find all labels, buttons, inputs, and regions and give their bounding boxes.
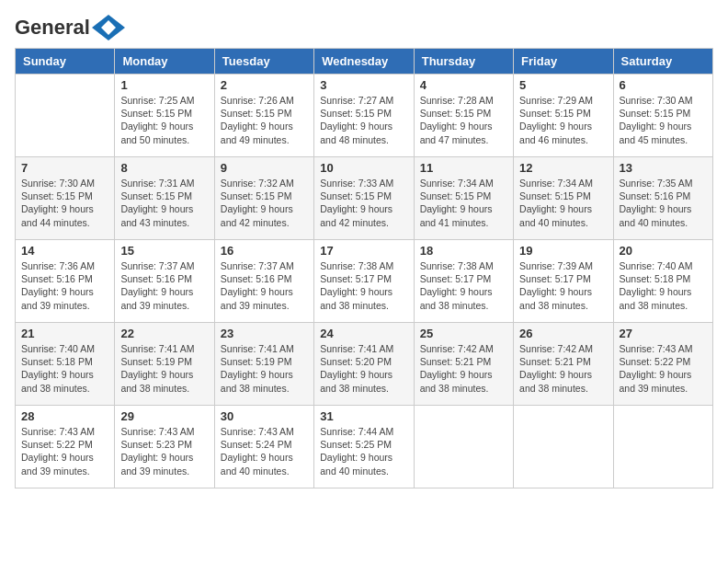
day-number: 13 (620, 161, 707, 175)
day-number: 26 (519, 327, 607, 340)
logo-general: General (15, 16, 90, 40)
calendar-week-row: 7Sunrise: 7:30 AMSunset: 5:15 PMDaylight… (16, 157, 713, 240)
calendar-cell: 2Sunrise: 7:26 AMSunset: 5:15 PMDaylight… (214, 75, 313, 157)
day-number: 5 (519, 78, 607, 92)
day-number: 24 (320, 327, 407, 340)
day-number: 31 (320, 409, 407, 423)
day-info: Sunrise: 7:28 AMSunset: 5:15 PMDaylight:… (420, 94, 507, 146)
day-number: 4 (420, 78, 507, 92)
day-info: Sunrise: 7:30 AMSunset: 5:15 PMDaylight:… (21, 177, 108, 229)
day-info: Sunrise: 7:25 AMSunset: 5:15 PMDaylight:… (120, 94, 208, 146)
day-number: 10 (320, 161, 407, 175)
calendar-cell (514, 406, 613, 488)
calendar-cell: 3Sunrise: 7:27 AMSunset: 5:15 PMDaylight… (314, 75, 414, 157)
day-number: 29 (120, 409, 208, 423)
calendar-week-row: 1Sunrise: 7:25 AMSunset: 5:15 PMDaylight… (16, 75, 713, 157)
day-number: 17 (320, 244, 407, 258)
day-info: Sunrise: 7:36 AMSunset: 5:16 PMDaylight:… (21, 259, 108, 312)
day-info: Sunrise: 7:27 AMSunset: 5:15 PMDaylight:… (320, 94, 407, 146)
day-info: Sunrise: 7:37 AMSunset: 5:16 PMDaylight:… (221, 259, 308, 312)
calendar-table: SundayMondayTuesdayWednesdayThursdayFrid… (15, 48, 713, 488)
weekday-header: Sunday (16, 49, 115, 75)
calendar-cell: 22Sunrise: 7:41 AMSunset: 5:19 PMDayligh… (115, 323, 214, 406)
day-info: Sunrise: 7:38 AMSunset: 5:17 PMDaylight:… (320, 259, 407, 312)
day-info: Sunrise: 7:30 AMSunset: 5:15 PMDaylight:… (620, 94, 707, 146)
weekday-header: Monday (115, 49, 214, 75)
calendar-cell (414, 406, 513, 488)
day-info: Sunrise: 7:34 AMSunset: 5:15 PMDaylight:… (519, 177, 607, 229)
day-number: 6 (620, 78, 707, 92)
day-info: Sunrise: 7:43 AMSunset: 5:23 PMDaylight:… (120, 425, 208, 477)
day-number: 11 (420, 161, 507, 175)
weekday-header: Friday (514, 49, 613, 75)
calendar-week-row: 28Sunrise: 7:43 AMSunset: 5:22 PMDayligh… (16, 406, 713, 488)
calendar-cell: 17Sunrise: 7:38 AMSunset: 5:17 PMDayligh… (314, 240, 414, 323)
day-number: 25 (420, 327, 507, 340)
day-number: 19 (519, 244, 607, 258)
day-number: 18 (420, 244, 507, 258)
calendar-cell (613, 406, 712, 488)
calendar-cell (16, 75, 115, 157)
calendar-cell: 26Sunrise: 7:42 AMSunset: 5:21 PMDayligh… (514, 323, 613, 406)
day-number: 3 (320, 78, 407, 92)
calendar-cell: 30Sunrise: 7:43 AMSunset: 5:24 PMDayligh… (214, 406, 313, 488)
calendar-cell: 16Sunrise: 7:37 AMSunset: 5:16 PMDayligh… (214, 240, 313, 323)
calendar-cell: 1Sunrise: 7:25 AMSunset: 5:15 PMDaylight… (115, 75, 214, 157)
day-number: 21 (21, 327, 108, 340)
calendar-cell: 8Sunrise: 7:31 AMSunset: 5:15 PMDaylight… (115, 157, 214, 240)
calendar-cell: 10Sunrise: 7:33 AMSunset: 5:15 PMDayligh… (314, 157, 414, 240)
day-info: Sunrise: 7:37 AMSunset: 5:16 PMDaylight:… (120, 259, 208, 312)
day-info: Sunrise: 7:35 AMSunset: 5:16 PMDaylight:… (620, 177, 707, 229)
logo: General (15, 15, 125, 37)
weekday-header: Saturday (613, 49, 712, 75)
day-info: Sunrise: 7:31 AMSunset: 5:15 PMDaylight:… (120, 177, 208, 229)
day-number: 22 (120, 327, 208, 340)
calendar-cell: 19Sunrise: 7:39 AMSunset: 5:17 PMDayligh… (514, 240, 613, 323)
logo-icon (92, 15, 125, 40)
calendar-cell: 12Sunrise: 7:34 AMSunset: 5:15 PMDayligh… (514, 157, 613, 240)
calendar-cell: 13Sunrise: 7:35 AMSunset: 5:16 PMDayligh… (613, 157, 712, 240)
day-number: 23 (221, 327, 308, 340)
day-info: Sunrise: 7:43 AMSunset: 5:22 PMDaylight:… (620, 342, 707, 395)
weekday-header: Tuesday (214, 49, 313, 75)
day-number: 15 (120, 244, 208, 258)
day-number: 2 (221, 78, 308, 92)
calendar-cell: 7Sunrise: 7:30 AMSunset: 5:15 PMDaylight… (16, 157, 115, 240)
calendar-cell: 5Sunrise: 7:29 AMSunset: 5:15 PMDaylight… (514, 75, 613, 157)
calendar-cell: 18Sunrise: 7:38 AMSunset: 5:17 PMDayligh… (414, 240, 513, 323)
day-number: 9 (221, 161, 308, 175)
day-number: 8 (120, 161, 208, 175)
calendar-cell: 29Sunrise: 7:43 AMSunset: 5:23 PMDayligh… (115, 406, 214, 488)
calendar-cell: 14Sunrise: 7:36 AMSunset: 5:16 PMDayligh… (16, 240, 115, 323)
day-info: Sunrise: 7:41 AMSunset: 5:20 PMDaylight:… (320, 342, 407, 395)
day-info: Sunrise: 7:43 AMSunset: 5:24 PMDaylight:… (221, 425, 308, 477)
calendar-cell: 6Sunrise: 7:30 AMSunset: 5:15 PMDaylight… (613, 75, 712, 157)
calendar-cell: 23Sunrise: 7:41 AMSunset: 5:19 PMDayligh… (214, 323, 313, 406)
day-info: Sunrise: 7:39 AMSunset: 5:17 PMDaylight:… (519, 259, 607, 312)
day-number: 7 (21, 161, 108, 175)
day-info: Sunrise: 7:41 AMSunset: 5:19 PMDaylight:… (221, 342, 308, 395)
day-number: 14 (21, 244, 108, 258)
day-info: Sunrise: 7:40 AMSunset: 5:18 PMDaylight:… (620, 259, 707, 312)
day-info: Sunrise: 7:33 AMSunset: 5:15 PMDaylight:… (320, 177, 407, 229)
calendar-week-row: 14Sunrise: 7:36 AMSunset: 5:16 PMDayligh… (16, 240, 713, 323)
day-number: 27 (620, 327, 707, 340)
weekday-header-row: SundayMondayTuesdayWednesdayThursdayFrid… (16, 49, 713, 75)
day-info: Sunrise: 7:44 AMSunset: 5:25 PMDaylight:… (320, 425, 407, 477)
calendar-week-row: 21Sunrise: 7:40 AMSunset: 5:18 PMDayligh… (16, 323, 713, 406)
calendar-cell: 4Sunrise: 7:28 AMSunset: 5:15 PMDaylight… (414, 75, 513, 157)
day-info: Sunrise: 7:42 AMSunset: 5:21 PMDaylight:… (519, 342, 607, 395)
day-info: Sunrise: 7:40 AMSunset: 5:18 PMDaylight:… (21, 342, 108, 395)
calendar-cell: 11Sunrise: 7:34 AMSunset: 5:15 PMDayligh… (414, 157, 513, 240)
day-info: Sunrise: 7:42 AMSunset: 5:21 PMDaylight:… (420, 342, 507, 395)
calendar-body: 1Sunrise: 7:25 AMSunset: 5:15 PMDaylight… (16, 75, 713, 488)
header-area: General (15, 15, 713, 37)
day-number: 1 (120, 78, 208, 92)
day-info: Sunrise: 7:41 AMSunset: 5:19 PMDaylight:… (120, 342, 208, 395)
calendar-cell: 24Sunrise: 7:41 AMSunset: 5:20 PMDayligh… (314, 323, 414, 406)
day-info: Sunrise: 7:34 AMSunset: 5:15 PMDaylight:… (420, 177, 507, 229)
calendar-cell: 20Sunrise: 7:40 AMSunset: 5:18 PMDayligh… (613, 240, 712, 323)
day-info: Sunrise: 7:29 AMSunset: 5:15 PMDaylight:… (519, 94, 607, 146)
day-number: 30 (221, 409, 308, 423)
weekday-header: Wednesday (314, 49, 414, 75)
